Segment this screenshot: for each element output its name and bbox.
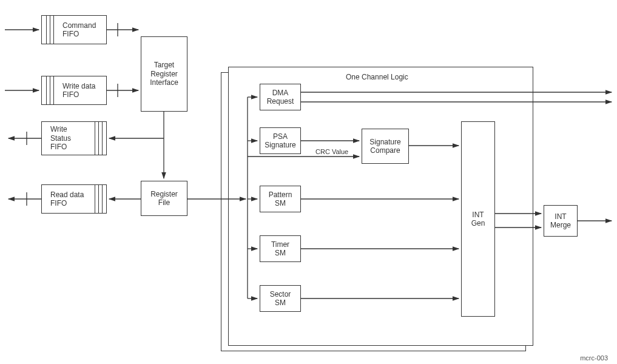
target-register-interface: Target Register Interface <box>141 36 187 112</box>
pattern-sm-label: Pattern SM <box>269 190 292 208</box>
target-register-interface-label: Target Register Interface <box>150 61 178 87</box>
read-data-fifo-label: Read data FIFO <box>46 190 89 208</box>
figure-id: mcrc-003 <box>580 354 608 362</box>
sector-sm-label: Sector SM <box>270 290 291 308</box>
sector-sm: Sector SM <box>260 285 301 312</box>
dma-request-label: DMA Request <box>267 89 294 106</box>
psa-signature: PSA Signature <box>260 127 301 154</box>
write-status-fifo-label: Write Status FIFO <box>46 125 76 151</box>
block-diagram: One Channel Logic Command FIFO Write dat… <box>0 0 617 364</box>
signature-compare-label: Signature Compare <box>369 138 400 155</box>
command-fifo-label: Command FIFO <box>58 21 101 39</box>
write-status-fifo: Write Status FIFO <box>41 121 107 155</box>
dma-request: DMA Request <box>260 84 301 110</box>
register-file-label: Register File <box>150 190 178 207</box>
signature-compare: Signature Compare <box>362 129 409 164</box>
command-fifo: Command FIFO <box>41 15 107 44</box>
write-data-fifo-label: Write data FIFO <box>58 82 100 99</box>
timer-sm: Timer SM <box>260 235 301 262</box>
int-gen: INT Gen <box>461 121 495 317</box>
read-data-fifo: Read data FIFO <box>41 184 107 214</box>
pattern-sm: Pattern SM <box>260 186 301 212</box>
int-merge-label: INT Merge <box>550 212 571 230</box>
crc-value-label: CRC Value <box>315 148 348 155</box>
write-data-fifo: Write data FIFO <box>41 76 107 105</box>
int-merge: INT Merge <box>544 205 578 237</box>
timer-sm-label: Timer SM <box>271 240 289 258</box>
psa-signature-label: PSA Signature <box>265 132 295 150</box>
one-channel-label: One Channel Logic <box>346 73 408 81</box>
int-gen-label: INT Gen <box>471 211 485 228</box>
register-file: Register File <box>141 181 187 216</box>
